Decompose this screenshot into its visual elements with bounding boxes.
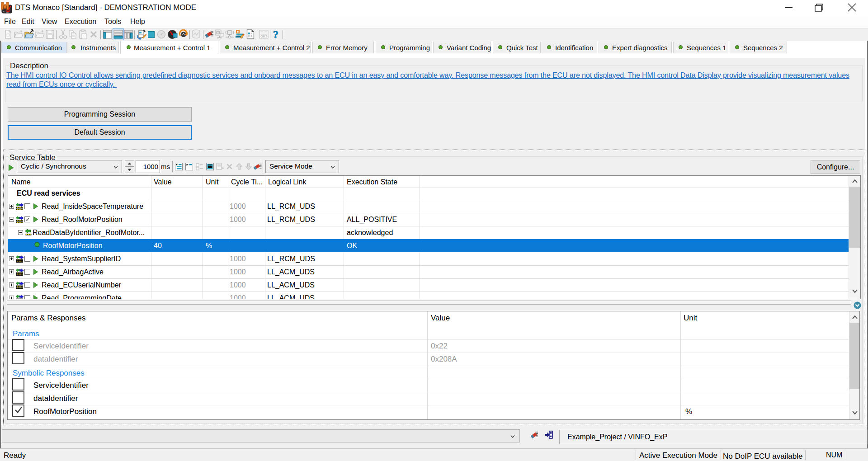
svg-text:OK?: OK? bbox=[260, 34, 268, 38]
svg-text:?: ? bbox=[273, 29, 278, 40]
